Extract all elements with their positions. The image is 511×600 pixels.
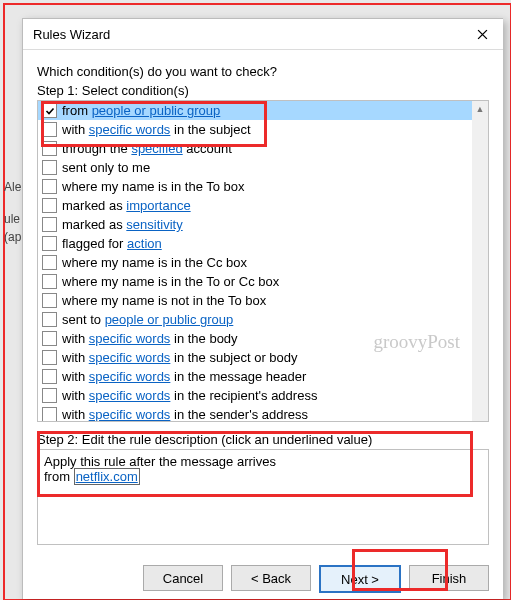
- condition-text: sent to people or public group: [62, 312, 233, 327]
- condition-text: where my name is in the To or Cc box: [62, 274, 279, 289]
- condition-checkbox[interactable]: [42, 274, 57, 289]
- condition-row[interactable]: with specific words in the subject or bo…: [38, 348, 472, 367]
- condition-checkbox[interactable]: [42, 160, 57, 175]
- condition-checkbox[interactable]: [42, 369, 57, 384]
- window-title: Rules Wizard: [23, 27, 110, 42]
- condition-text: with specific words in the recipient's a…: [62, 388, 317, 403]
- condition-checkbox[interactable]: [42, 103, 57, 118]
- condition-checkbox[interactable]: [42, 122, 57, 137]
- step1-label: Step 1: Select condition(s): [37, 83, 489, 98]
- step2-label: Step 2: Edit the rule description (click…: [37, 432, 489, 447]
- condition-text: marked as sensitivity: [62, 217, 183, 232]
- scroll-up-arrow-icon[interactable]: ▲: [472, 101, 488, 117]
- condition-checkbox[interactable]: [42, 388, 57, 403]
- condition-link[interactable]: specified: [131, 141, 182, 156]
- condition-text: where my name is not in the To box: [62, 293, 266, 308]
- condition-text: where my name is in the Cc box: [62, 255, 247, 270]
- condition-row[interactable]: marked as importance: [38, 196, 472, 215]
- condition-text: sent only to me: [62, 160, 150, 175]
- condition-checkbox[interactable]: [42, 293, 57, 308]
- titlebar: Rules Wizard: [23, 19, 503, 50]
- condition-link[interactable]: specific words: [89, 388, 171, 403]
- condition-row[interactable]: marked as sensitivity: [38, 215, 472, 234]
- condition-checkbox[interactable]: [42, 331, 57, 346]
- condition-row[interactable]: with specific words in the body: [38, 329, 472, 348]
- condition-checkbox[interactable]: [42, 217, 57, 232]
- condition-link[interactable]: specific words: [89, 369, 171, 384]
- condition-row[interactable]: flagged for action: [38, 234, 472, 253]
- condition-checkbox[interactable]: [42, 141, 57, 156]
- condition-text: with specific words in the subject or bo…: [62, 350, 298, 365]
- condition-text: with specific words in the message heade…: [62, 369, 306, 384]
- back-button[interactable]: < Back: [231, 565, 311, 591]
- check-icon: [45, 106, 55, 116]
- condition-row[interactable]: through the specified account: [38, 139, 472, 158]
- description-line2: from netflix.com: [44, 469, 482, 484]
- condition-link[interactable]: sensitivity: [126, 217, 182, 232]
- condition-checkbox[interactable]: [42, 198, 57, 213]
- condition-checkbox[interactable]: [42, 255, 57, 270]
- conditions-listbox[interactable]: from people or public groupwith specific…: [37, 100, 489, 422]
- condition-link[interactable]: people or public group: [92, 103, 221, 118]
- condition-link[interactable]: action: [127, 236, 162, 251]
- background-truncated-text: Ale ule (ap: [4, 180, 21, 248]
- condition-checkbox[interactable]: [42, 312, 57, 327]
- condition-row[interactable]: with specific words in the sender's addr…: [38, 405, 472, 421]
- finish-button[interactable]: Finish: [409, 565, 489, 591]
- condition-text: through the specified account: [62, 141, 232, 156]
- condition-text: where my name is in the To box: [62, 179, 245, 194]
- close-button[interactable]: [461, 19, 503, 49]
- condition-link[interactable]: specific words: [89, 122, 171, 137]
- condition-text: with specific words in the sender's addr…: [62, 407, 308, 421]
- condition-link[interactable]: people or public group: [105, 312, 234, 327]
- condition-link[interactable]: importance: [126, 198, 190, 213]
- condition-row[interactable]: sent to people or public group: [38, 310, 472, 329]
- condition-checkbox[interactable]: [42, 407, 57, 421]
- scrollbar[interactable]: ▲: [472, 101, 488, 421]
- condition-checkbox[interactable]: [42, 179, 57, 194]
- condition-text: flagged for action: [62, 236, 162, 251]
- condition-row[interactable]: where my name is in the Cc box: [38, 253, 472, 272]
- condition-row[interactable]: where my name is not in the To box: [38, 291, 472, 310]
- condition-row[interactable]: with specific words in the subject: [38, 120, 472, 139]
- condition-row[interactable]: sent only to me: [38, 158, 472, 177]
- close-icon: [477, 29, 488, 40]
- condition-checkbox[interactable]: [42, 236, 57, 251]
- condition-text: with specific words in the subject: [62, 122, 251, 137]
- from-value-link[interactable]: netflix.com: [74, 468, 140, 485]
- condition-text: from people or public group: [62, 103, 220, 118]
- condition-row[interactable]: where my name is in the To box: [38, 177, 472, 196]
- rule-description-box[interactable]: Apply this rule after the message arrive…: [37, 449, 489, 545]
- condition-text: marked as importance: [62, 198, 191, 213]
- rules-wizard-dialog: Rules Wizard Which condition(s) do you w…: [22, 18, 503, 599]
- condition-row[interactable]: with specific words in the recipient's a…: [38, 386, 472, 405]
- button-row: Cancel < Back Next > Finish: [23, 545, 503, 593]
- description-line1: Apply this rule after the message arrive…: [44, 454, 482, 469]
- condition-link[interactable]: specific words: [89, 407, 171, 421]
- condition-checkbox[interactable]: [42, 350, 57, 365]
- condition-text: with specific words in the body: [62, 331, 238, 346]
- condition-link[interactable]: specific words: [89, 350, 171, 365]
- condition-row[interactable]: where my name is in the To or Cc box: [38, 272, 472, 291]
- next-button[interactable]: Next >: [319, 565, 401, 593]
- condition-row[interactable]: with specific words in the message heade…: [38, 367, 472, 386]
- condition-row[interactable]: from people or public group: [38, 101, 472, 120]
- cancel-button[interactable]: Cancel: [143, 565, 223, 591]
- condition-link[interactable]: specific words: [89, 331, 171, 346]
- prompt-text: Which condition(s) do you want to check?: [37, 64, 489, 79]
